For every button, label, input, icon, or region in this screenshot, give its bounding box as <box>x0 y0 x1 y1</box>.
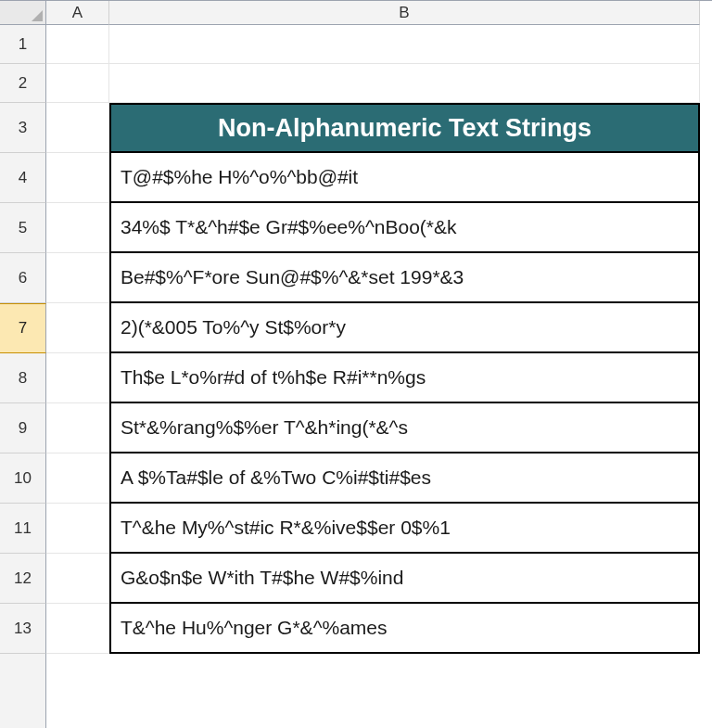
row-header-13[interactable]: 13 <box>0 604 46 654</box>
row-header-7[interactable]: 7 <box>0 303 46 353</box>
cell-blank-A <box>46 654 109 728</box>
row-header-4[interactable]: 4 <box>0 153 46 203</box>
cell-A6[interactable] <box>46 253 109 303</box>
cell-A4[interactable] <box>46 153 109 203</box>
row-header-10[interactable]: 10 <box>0 453 46 504</box>
cell-B7[interactable]: 2)(*&005 To%^y St$%or*y <box>109 303 700 353</box>
row-header-12[interactable]: 12 <box>0 554 46 604</box>
row-header-9[interactable]: 9 <box>0 403 46 453</box>
column-header-A[interactable]: A <box>46 1 109 25</box>
cell-B13[interactable]: T&^he Hu%^nger G*&^%ames <box>109 604 700 654</box>
cell-blank-B <box>109 654 700 728</box>
row-header-8[interactable]: 8 <box>0 353 46 403</box>
cell-A11[interactable] <box>46 504 109 554</box>
row-header-3[interactable]: 3 <box>0 103 46 153</box>
select-all-corner[interactable] <box>0 1 46 25</box>
cell-A12[interactable] <box>46 554 109 604</box>
table-header-cell[interactable]: Non-Alphanumeric Text Strings <box>109 103 700 153</box>
spreadsheet-grid[interactable]: A B 1 2 3 Non-Alphanumeric Text Strings … <box>0 0 712 728</box>
cell-A10[interactable] <box>46 453 109 504</box>
cell-A13[interactable] <box>46 604 109 654</box>
row-header-6[interactable]: 6 <box>0 253 46 303</box>
column-header-B[interactable]: B <box>109 1 700 25</box>
row-header-2[interactable]: 2 <box>0 64 46 103</box>
row-header-5[interactable]: 5 <box>0 203 46 253</box>
cell-B4[interactable]: T@#$%he H%^o%^bb@#it <box>109 153 700 203</box>
cell-B10[interactable]: A $%Ta#$le of &%Two C%i#$ti#$es <box>109 453 700 504</box>
cell-B11[interactable]: T^&he My%^st#ic R*&%ive$$er 0$%1 <box>109 504 700 554</box>
cell-A8[interactable] <box>46 353 109 403</box>
cell-A7[interactable] <box>46 303 109 353</box>
row-header-11[interactable]: 11 <box>0 504 46 554</box>
cell-A2[interactable] <box>46 64 109 103</box>
cell-B8[interactable]: Th$e L*o%r#d of t%h$e R#i**n%gs <box>109 353 700 403</box>
cell-B1[interactable] <box>109 25 700 64</box>
cell-A3[interactable] <box>46 103 109 153</box>
cell-B5[interactable]: 34%$ T*&^h#$e Gr#$%ee%^nBoo(*&k <box>109 203 700 253</box>
cell-B2[interactable] <box>109 64 700 103</box>
cell-B9[interactable]: St*&%rang%$%er T^&h*ing(*&^s <box>109 403 700 453</box>
row-header-1[interactable]: 1 <box>0 25 46 64</box>
cell-B12[interactable]: G&o$n$e W*ith T#$he W#$%ind <box>109 554 700 604</box>
cell-A1[interactable] <box>46 25 109 64</box>
cell-B6[interactable]: Be#$%^F*ore Sun@#$%^&*set 199*&3 <box>109 253 700 303</box>
row-header-blank <box>0 654 46 728</box>
cell-A5[interactable] <box>46 203 109 253</box>
cell-A9[interactable] <box>46 403 109 453</box>
